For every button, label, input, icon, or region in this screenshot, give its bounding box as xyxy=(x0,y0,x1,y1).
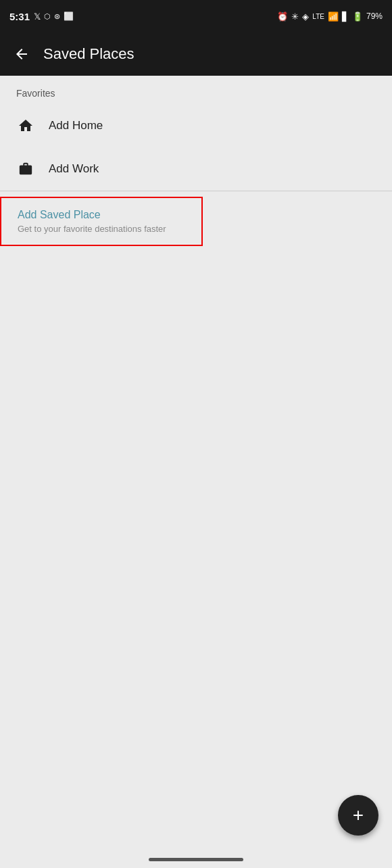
alarm-icon: ⏰ xyxy=(277,11,288,22)
add-home-label: Add Home xyxy=(49,119,103,132)
add-saved-place-subtitle: Get to your favorite destinations faster xyxy=(18,224,185,234)
add-work-item[interactable]: Add Work xyxy=(0,147,392,191)
fab-button[interactable]: + xyxy=(338,795,378,836)
signal-icon: ▋ xyxy=(342,11,349,22)
app-bar: Saved Places xyxy=(0,32,392,76)
home-icon xyxy=(16,116,35,135)
app-icon-2: ⊛ xyxy=(54,12,60,21)
list-divider xyxy=(0,191,392,191)
battery-icon: 🔋 xyxy=(352,11,363,22)
add-home-item[interactable]: Add Home xyxy=(0,104,392,147)
lte-icon: LTE xyxy=(312,13,324,20)
status-time: 5:31 xyxy=(9,11,30,22)
status-left: 5:31 𝕏 ⬡ ⊛ ⬜ xyxy=(9,11,74,22)
add-work-label: Add Work xyxy=(49,162,99,176)
instagram-icon: ⬜ xyxy=(64,11,74,21)
add-saved-place-card[interactable]: Add Saved Place Get to your favorite des… xyxy=(0,197,203,246)
location-icon: ◈ xyxy=(302,11,309,22)
fab-add-icon: + xyxy=(353,806,364,825)
favorites-section-label: Favorites xyxy=(0,76,392,104)
status-bar: 5:31 𝕏 ⬡ ⊛ ⬜ ⏰ ✳ ◈ LTE 📶 ▋ 🔋 79% xyxy=(0,0,392,32)
battery-percent: 79% xyxy=(366,11,383,21)
add-saved-place-title: Add Saved Place xyxy=(18,209,185,221)
status-right: ⏰ ✳ ◈ LTE 📶 ▋ 🔋 79% xyxy=(277,11,383,22)
work-icon xyxy=(16,160,35,178)
wifi-icon: 📶 xyxy=(328,11,339,22)
content-area: Favorites Add Home Add Work Add Saved Pl… xyxy=(0,76,392,868)
twitter-icon: 𝕏 xyxy=(34,11,41,22)
app-bar-title: Saved Places xyxy=(43,45,134,63)
back-button[interactable] xyxy=(11,43,32,65)
app-icon-1: ⬡ xyxy=(44,12,51,21)
bluetooth-icon: ✳ xyxy=(291,11,299,22)
nav-indicator xyxy=(149,858,243,861)
status-icons-left: 𝕏 ⬡ ⊛ ⬜ xyxy=(34,11,74,22)
